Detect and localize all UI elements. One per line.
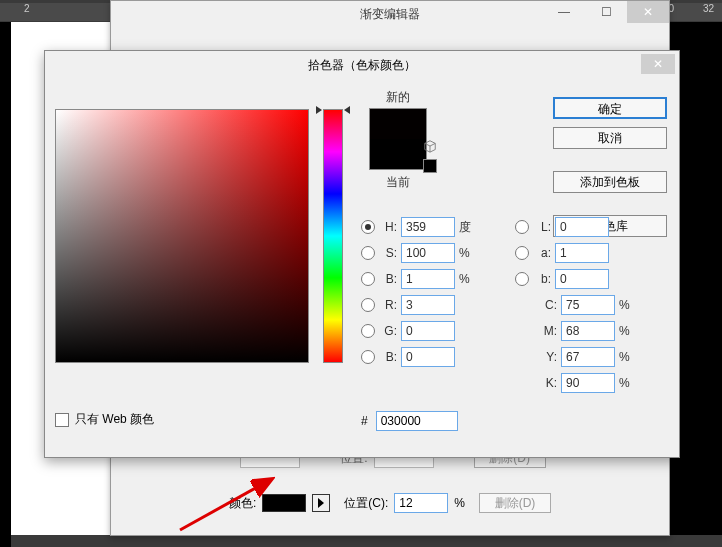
color-comparison-swatch [369,108,427,170]
a-label: a: [533,246,551,260]
close-button[interactable]: ✕ [641,54,675,74]
h-radio[interactable] [361,220,375,234]
b-radio[interactable] [515,272,529,286]
gradient-editor-titlebar[interactable]: 渐变编辑器 — ☐ ✕ [111,1,669,27]
b-label: b: [533,272,551,286]
web-only-checkbox-row: 只有 Web 颜色 [55,411,154,428]
l-radio[interactable] [515,220,529,234]
r-radio[interactable] [361,298,375,312]
h-label: H: [379,220,397,234]
color-picker-titlebar[interactable]: 拾色器（色标颜色） ✕ [45,51,679,79]
hex-hash-label: # [361,414,368,428]
y-input[interactable] [561,347,615,367]
window-controls: — ☐ ✕ [543,1,669,23]
minimize-button[interactable]: — [543,1,585,23]
color-values-grid: H: 度 L: S: % a: [361,214,669,396]
k-label: K: [533,376,557,390]
web-only-checkbox[interactable] [55,413,69,427]
cancel-button[interactable]: 取消 [553,127,667,149]
bb-label: B: [379,350,397,364]
web-only-label: 只有 Web 颜色 [75,411,154,428]
a-radio[interactable] [515,246,529,260]
location-label: 位置(C): [344,495,388,512]
pct-unit: % [454,496,465,510]
r-label: R: [379,298,397,312]
bv-unit: % [459,272,475,286]
ruler-mark: 32 [703,3,714,14]
s-input[interactable] [401,243,455,263]
color-picker-dialog: 拾色器（色标颜色） ✕ 新的 当前 确定 取消 添加到色板 颜色库 [44,50,680,458]
gradient-stop-controls: 颜色: 位置(C): % 删除(D) [129,493,651,513]
k-unit: % [619,376,635,390]
current-color-swatch [370,139,426,169]
cube-icon [423,139,437,153]
color-label: 颜色: [229,495,256,512]
mini-swatch[interactable] [423,159,437,173]
location-input[interactable] [394,493,448,513]
delete-stop-button: 删除(D) [479,493,551,513]
new-color-label: 新的 [355,89,441,106]
bb-input[interactable] [401,347,455,367]
b-input[interactable] [555,269,609,289]
s-label: S: [379,246,397,260]
g-label: G: [379,324,397,338]
y-label: Y: [533,350,557,364]
l-label: L: [533,220,551,234]
bb-radio[interactable] [361,350,375,364]
triangle-right-icon [318,498,324,508]
c-input[interactable] [561,295,615,315]
bv-label: B: [379,272,397,286]
g-input[interactable] [401,321,455,341]
a-input[interactable] [555,243,609,263]
s-unit: % [459,246,475,260]
close-button[interactable]: ✕ [627,1,669,23]
y-unit: % [619,350,635,364]
c-unit: % [619,298,635,312]
new-color-swatch [370,109,426,139]
hex-input[interactable] [376,411,458,431]
maximize-button[interactable]: ☐ [585,1,627,23]
hue-slider[interactable] [323,109,343,363]
bv-input[interactable] [401,269,455,289]
current-color-label: 当前 [355,174,441,191]
c-label: C: [533,298,557,312]
hex-input-row: # [361,411,458,431]
ruler-mark: 2 [24,3,30,14]
ok-button[interactable]: 确定 [553,97,667,119]
m-label: M: [533,324,557,338]
stop-color-swatch[interactable] [262,494,306,512]
h-input[interactable] [401,217,455,237]
gradient-editor-title: 渐变编辑器 [360,6,420,23]
hue-indicator-icon [316,106,350,116]
color-picker-dropdown[interactable] [312,494,330,512]
saturation-value-field[interactable] [55,109,309,363]
bv-radio[interactable] [361,272,375,286]
g-radio[interactable] [361,324,375,338]
add-to-swatches-button[interactable]: 添加到色板 [553,171,667,193]
canvas-edge-left [0,22,11,547]
m-input[interactable] [561,321,615,341]
h-unit: 度 [459,219,475,236]
r-input[interactable] [401,295,455,315]
color-picker-title: 拾色器（色标颜色） [308,57,416,74]
k-input[interactable] [561,373,615,393]
s-radio[interactable] [361,246,375,260]
color-picker-body: 新的 当前 确定 取消 添加到色板 颜色库 H: 度 [45,79,679,457]
l-input[interactable] [555,217,609,237]
m-unit: % [619,324,635,338]
